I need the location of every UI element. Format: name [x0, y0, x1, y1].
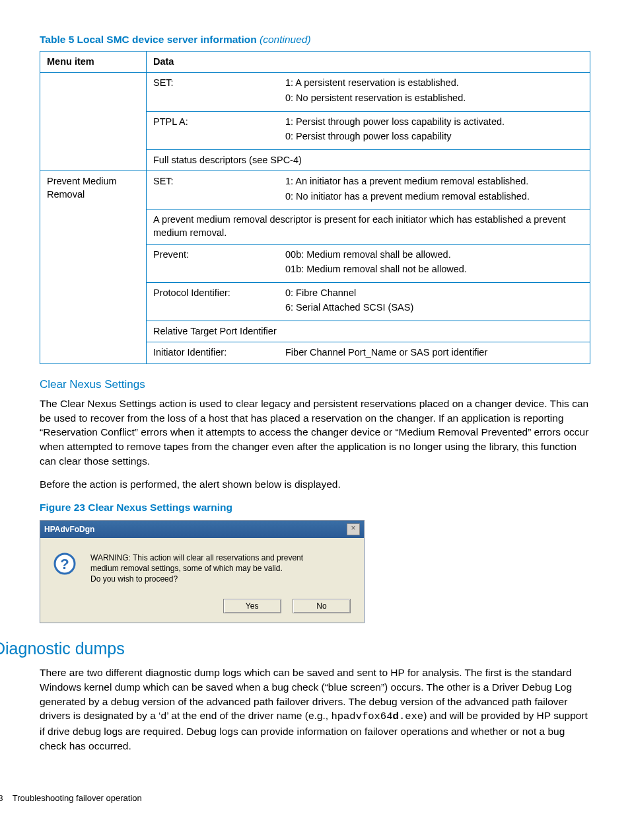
yes-button[interactable]: Yes — [223, 599, 281, 613]
cell-empty — [40, 282, 147, 321]
table-caption: Table 5 Local SMC device server informat… — [40, 33, 590, 47]
label-set1: SET: — [153, 77, 285, 106]
para-clear-nexus-2: Before the action is performed, the aler… — [40, 477, 590, 492]
footer-title: Troubleshooting failover operation — [13, 793, 142, 803]
table-caption-main: Table 5 Local SMC device server informat… — [40, 34, 260, 45]
dialog-line3: Do you wish to proceed? — [90, 574, 178, 584]
val-init: Fiber Channel Port_Name or SAS port iden… — [285, 346, 583, 360]
dialog-line1: WARNING: This action will clear all rese… — [90, 553, 303, 562]
label-init: Initiator Identifier: — [153, 346, 285, 360]
diag-code2: .exe — [399, 710, 423, 722]
cell-empty — [40, 210, 147, 244]
question-icon: ? — [53, 553, 76, 575]
label-proto: Protocol Identifier: — [153, 287, 285, 317]
val-ptpl-0: 0: Persist through power loss capability — [285, 130, 583, 143]
dialog-line2: medium removal settings, some of which m… — [90, 564, 283, 573]
cell-set1: SET: 1: A persistent reservation is esta… — [147, 73, 590, 111]
diag-code1: hpadvfox64 — [331, 710, 392, 722]
val-set1-0: 0: No persistent reservation is establis… — [285, 92, 583, 105]
heading-clear-nexus: Clear Nexus Settings — [40, 377, 590, 393]
diag-bold: d — [392, 710, 398, 721]
val-set2-1: 1: An initiator has a prevent medium rem… — [285, 175, 583, 188]
close-icon[interactable]: × — [347, 523, 360, 535]
val-set1-1: 1: A persistent reservation is establish… — [285, 77, 583, 90]
dialog-titlebar: HPAdvFoDgn × — [40, 521, 364, 538]
cell-fullstatus: Full status descriptors (see SPC-4) — [147, 149, 590, 171]
heading-diagnostic-dumps: Diagnostic dumps — [0, 638, 590, 660]
para-diag-1: There are two different diagnostic dump … — [40, 666, 590, 753]
label-prevent: Prevent: — [153, 248, 285, 278]
cell-empty — [40, 111, 147, 149]
cell-empty — [40, 342, 147, 364]
para-clear-nexus-1: The Clear Nexus Settings action is used … — [40, 397, 590, 468]
cell-init: Initiator Identifier: Fiber Channel Port… — [147, 342, 590, 364]
th-data: Data — [147, 51, 590, 73]
svg-text:?: ? — [60, 556, 69, 572]
no-button[interactable]: No — [293, 599, 351, 613]
cell-pmr-desc: A prevent medium removal descriptor is p… — [147, 210, 590, 244]
val-proto-0: 0: Fibre Channel — [285, 287, 583, 300]
val-prevent-0: 01b: Medium removal shall not be allowed… — [285, 263, 583, 276]
cell-empty — [40, 321, 147, 342]
cell-pmr-menu: Prevent Medium Removal — [40, 171, 147, 210]
cell-rtpi: Relative Target Port Identifier — [147, 321, 590, 342]
val-prevent-1: 00b: Medium removal shall be allowed. — [285, 248, 583, 262]
cell-empty — [40, 149, 147, 171]
label-set2: SET: — [153, 175, 285, 205]
val-set2-0: 0: No initiator has a prevent medium rem… — [285, 190, 583, 204]
table-caption-cont: (continued) — [260, 34, 311, 45]
smc-table: Menu item Data SET: 1: A persistent rese… — [40, 51, 590, 364]
val-proto-6: 6: Serial Attached SCSI (SAS) — [285, 301, 583, 315]
figure-caption: Figure 23 Clear Nexus Settings warning — [40, 501, 590, 515]
label-ptpl: PTPL A: — [153, 116, 285, 145]
page-number: 58 — [0, 793, 3, 803]
dialog-message: WARNING: This action will clear all rese… — [90, 553, 303, 585]
cell-set2: SET: 1: An initiator has a prevent mediu… — [147, 171, 590, 210]
cell-prevent: Prevent: 00b: Medium removal shall be al… — [147, 244, 590, 282]
th-menu-item: Menu item — [40, 51, 147, 73]
cell-proto: Protocol Identifier: 0: Fibre Channel 6:… — [147, 282, 590, 321]
val-ptpl-1: 1: Persist through power loss capability… — [285, 116, 583, 129]
cell-ptpl: PTPL A: 1: Persist through power loss ca… — [147, 111, 590, 149]
cell-empty — [40, 73, 147, 111]
page-footer: 58 Troubleshooting failover operation — [0, 792, 590, 804]
dialog-title: HPAdvFoDgn — [44, 524, 347, 535]
warning-dialog: HPAdvFoDgn × ? WARNING: This action will… — [40, 520, 365, 624]
cell-empty — [40, 244, 147, 282]
